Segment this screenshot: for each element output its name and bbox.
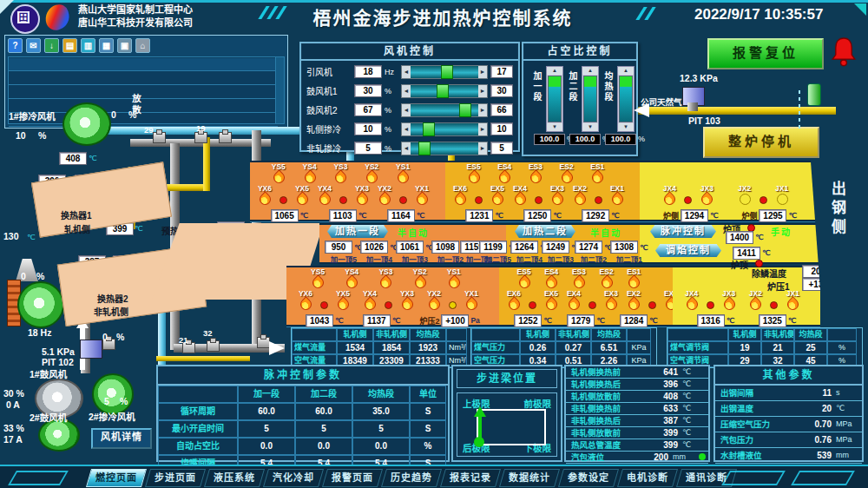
fan-setpoint-box[interactable]: 10 (490, 122, 513, 135)
slider-arrow-up[interactable]: ▲ (618, 67, 634, 75)
fan-slider[interactable]: ◄► (401, 122, 488, 136)
slider-arrow-left[interactable]: ◄ (402, 66, 411, 78)
slider-track[interactable] (411, 104, 478, 116)
roof-temp-label: 加二顶4 (516, 254, 542, 264)
slider-arrow-left[interactable]: ◄ (402, 104, 411, 116)
burner-row-upper: YS5YS4YS3YS2YS1 (286, 267, 499, 290)
slider-track[interactable] (411, 142, 478, 155)
fan-setpoint-box[interactable]: 17 (490, 65, 513, 78)
dashed-line (799, 90, 800, 129)
fan-value-box[interactable]: 10 (354, 122, 382, 135)
burner-EX2: EX2 (622, 290, 645, 311)
temp-row: 炉侧1294℃炉侧1295℃ (640, 209, 820, 222)
temp-list-unit: ℃ (678, 439, 708, 451)
other-param-label: 汽包压力 (715, 432, 802, 447)
slider-thumb[interactable] (423, 122, 435, 136)
duty-slider-track[interactable]: ▲▼ (617, 66, 635, 132)
furnace-stop-button[interactable]: 整炉停机 (703, 127, 819, 158)
fan-detail-button[interactable]: 风机详情 (91, 428, 152, 449)
duty-slider-track[interactable]: ▲▼ (582, 66, 599, 132)
zone-banner-脉冲控制[interactable]: 脉冲控制 (650, 225, 716, 238)
tab-历史趋势[interactable]: 历史趋势 (381, 469, 442, 487)
lock-icon[interactable]: ⌂ (135, 38, 150, 53)
slider-arrow-right[interactable]: ► (478, 123, 487, 135)
download-icon[interactable]: ↓ (44, 38, 59, 53)
plant-label: 0 A (6, 399, 20, 410)
tab-label: 燃控页面 (95, 470, 137, 486)
slider-arrow-up[interactable]: ▲ (582, 67, 598, 75)
fan-slider[interactable]: ◄► (401, 103, 488, 117)
tab-报表记录[interactable]: 报表记录 (440, 469, 501, 487)
slider-arrow-down[interactable]: ▼ (618, 123, 634, 131)
tab-报警页面[interactable]: 报警页面 (322, 469, 383, 487)
duty-slider-track[interactable]: ▲▼ (546, 66, 563, 132)
gas-valve-actuator-icon[interactable] (807, 83, 821, 106)
folder-icon[interactable]: ▤ (62, 38, 77, 53)
tab-数据统计[interactable]: 数据统计 (499, 469, 560, 487)
zone-banner-加热二段[interactable]: 加热二段 (515, 225, 575, 238)
slider-track[interactable] (411, 66, 478, 78)
fan-slider[interactable]: ◄► (401, 84, 488, 98)
fan-setpoint-box[interactable]: 30 (490, 84, 513, 97)
tab-液压系统[interactable]: 液压系统 (204, 469, 265, 487)
slider-arrow-up[interactable]: ▲ (547, 67, 562, 75)
fan-setpoint-box[interactable]: 5 (490, 142, 513, 155)
slider-thumb[interactable] (441, 65, 453, 79)
alarm-reset-button[interactable]: 报警复位 (707, 38, 824, 69)
decor-slash (644, 7, 655, 20)
temp-value: 1043 (306, 314, 333, 327)
slider-arrow-right[interactable]: ► (478, 142, 487, 155)
valve-icon[interactable] (207, 340, 220, 352)
slider-arrow-right[interactable]: ► (478, 85, 487, 97)
report-icon[interactable]: ▦ (99, 38, 114, 53)
alarm-bell-icon[interactable] (829, 36, 858, 73)
slider-track[interactable] (411, 123, 478, 135)
slider-arrow-down[interactable]: ▼ (582, 123, 598, 131)
tab-汽化冷却[interactable]: 汽化冷却 (263, 469, 324, 487)
fan-value-box[interactable]: 5 (354, 142, 382, 155)
zone-banner-加热一段[interactable]: 加热一段 (327, 225, 388, 238)
slider-arrow-left[interactable]: ◄ (402, 123, 411, 135)
chart-icon[interactable]: ▥ (81, 38, 95, 53)
valve-icon[interactable] (153, 132, 166, 143)
fan-setpoint-box[interactable]: 66 (490, 103, 513, 116)
scrollbar[interactable] (275, 56, 285, 124)
valve-icon[interactable] (219, 132, 232, 143)
zone-banner-调焰控制[interactable]: 调焰控制 (655, 244, 721, 257)
fan-value-box[interactable]: 30 (354, 84, 382, 97)
tab-电机诊断[interactable]: 电机诊断 (617, 469, 678, 487)
burner-row-lower: EX6EX5EX4EX3EX2EX1 (445, 185, 640, 208)
fan-slider[interactable]: ◄► (401, 65, 488, 79)
slider-arrow-left[interactable]: ◄ (402, 142, 411, 155)
mail-icon[interactable]: ✉ (26, 38, 41, 53)
slider-arrow-down[interactable]: ▼ (547, 123, 562, 131)
mt-corner (446, 328, 467, 341)
temp-list-unit: ℃ (678, 379, 708, 390)
slider-arrow-right[interactable]: ► (478, 104, 487, 116)
temp-list-value: 633 (648, 403, 678, 414)
slider-thumb[interactable] (437, 84, 449, 98)
slider-thumb[interactable] (459, 103, 471, 117)
pit102-transmitter-icon (80, 340, 102, 359)
fan-slider[interactable]: ◄► (401, 142, 488, 155)
flame-icon (551, 193, 563, 206)
window-icon[interactable]: ▣ (117, 38, 132, 53)
valve-icon[interactable] (257, 337, 270, 348)
temp-item: 1137℃ (363, 314, 401, 326)
plant-label: 2#掺冷风机 (89, 410, 135, 423)
help-icon[interactable]: ? (8, 38, 23, 53)
slider-track[interactable] (411, 85, 478, 97)
valve-icon[interactable] (194, 132, 207, 143)
fan-value-box[interactable]: 18 (354, 65, 382, 78)
slider-arrow-left[interactable]: ◄ (402, 85, 411, 97)
slider-thumb[interactable] (418, 142, 431, 155)
mt-value: 1854 (373, 341, 410, 354)
slider-arrow-right[interactable]: ► (478, 66, 487, 78)
tab-通讯诊断[interactable]: 通讯诊断 (676, 469, 737, 487)
temp-list-value: 399 (648, 427, 678, 439)
tab-参数设定[interactable]: 参数设定 (558, 469, 619, 487)
tab-步进页面[interactable]: 步进页面 (145, 469, 206, 487)
burner-YX1: YX1 (411, 185, 433, 206)
fan-value-box[interactable]: 67 (354, 103, 382, 116)
tab-燃控页面[interactable]: 燃控页面 (86, 469, 147, 487)
